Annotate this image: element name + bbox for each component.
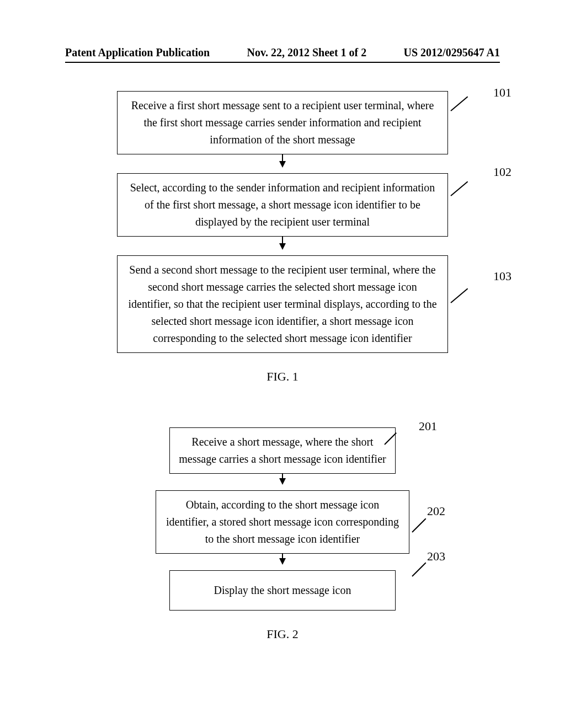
header-rule [65,62,500,63]
arrow-1-1 [117,154,448,173]
arrow-1-2 [117,237,448,255]
ref-line-202 [412,518,426,533]
header-right: US 2012/0295647 A1 [404,46,500,59]
ref-line-203 [412,563,426,577]
fig1-step-1: Receive a first short message sent to a … [117,91,448,154]
header-left: Patent Application Publication [65,46,210,59]
ref-line-101 [450,97,468,111]
fig2-caption: FIG. 2 [0,627,565,641]
ref-line-102 [450,181,468,196]
fig1-step-2: Select, according to the sender informat… [117,173,448,237]
page-header: Patent Application Publication Nov. 22, … [0,46,565,59]
figure-2: Receive a short message, where the short… [0,427,565,641]
ref-num-201: 201 [419,419,437,433]
flowchart-2: Receive a short message, where the short… [156,427,409,611]
header-center: Nov. 22, 2012 Sheet 1 of 2 [247,46,367,59]
arrow-2-2 [156,554,409,570]
fig1-step-3-text: Send a second short message to the recip… [128,264,436,344]
ref-num-203: 203 [427,549,445,564]
fig2-step-3-text: Display the short message icon [214,584,351,596]
fig2-step-1: Receive a short message, where the short… [169,427,396,474]
fig1-step-1-text: Receive a first short message sent to a … [131,99,434,146]
fig2-step-2: Obtain, according to the short message i… [156,490,409,554]
figure-1: Receive a first short message sent to a … [0,91,565,384]
fig2-step-3: Display the short message icon [169,570,396,611]
ref-num-202: 202 [427,504,445,518]
fig2-step-2-text: Obtain, according to the short message i… [166,499,399,545]
fig1-step-2-text: Select, according to the sender informat… [130,181,435,228]
flowchart-1: Receive a first short message sent to a … [117,91,448,353]
arrow-2-1 [156,474,409,490]
ref-line-103 [450,288,468,303]
fig1-caption: FIG. 1 [0,370,565,384]
ref-num-103: 103 [493,269,511,283]
ref-num-102: 102 [493,165,511,179]
ref-num-101: 101 [493,85,511,100]
fig2-step-1-text: Receive a short message, where the short… [179,436,386,465]
fig1-step-3: Send a second short message to the recip… [117,255,448,353]
